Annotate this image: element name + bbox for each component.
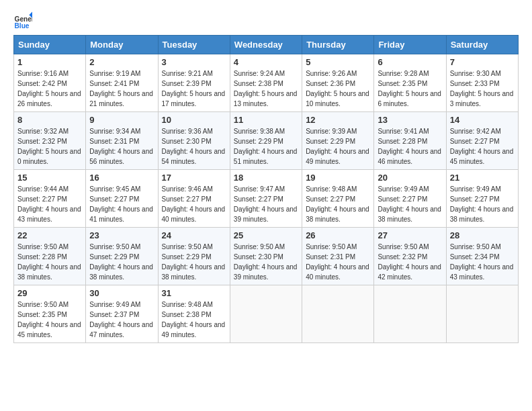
day-info: Sunrise: 9:28 AM Sunset: 2:35 PM Dayligh… <box>378 68 442 109</box>
sunrise-label: Sunrise: 9:50 AM <box>306 243 357 250</box>
sunrise-label: Sunrise: 9:16 AM <box>17 70 69 77</box>
day-info: Sunrise: 9:24 AM Sunset: 2:38 PM Dayligh… <box>234 68 298 109</box>
sunset-label: Sunset: 2:31 PM <box>89 138 139 145</box>
calendar-cell: 1 Sunrise: 9:16 AM Sunset: 2:42 PM Dayli… <box>14 54 86 112</box>
day-info: Sunrise: 9:50 AM Sunset: 2:30 PM Dayligh… <box>234 242 298 282</box>
calendar-cell <box>302 285 374 343</box>
sunset-label: Sunset: 2:27 PM <box>378 195 427 203</box>
daylight-label: Daylight: 4 hours and 47 minutes. <box>89 321 153 338</box>
daylight-label: Daylight: 4 hours and 45 minutes. <box>17 321 81 338</box>
sunset-label: Sunset: 2:27 PM <box>306 195 355 203</box>
day-number: 30 <box>89 288 154 298</box>
day-info: Sunrise: 9:49 AM Sunset: 2:27 PM Dayligh… <box>450 184 515 224</box>
sunset-label: Sunset: 2:27 PM <box>450 195 500 203</box>
sunrise-label: Sunrise: 9:49 AM <box>450 185 501 193</box>
day-info: Sunrise: 9:50 AM Sunset: 2:28 PM Dayligh… <box>17 242 82 282</box>
daylight-label: Daylight: 4 hours and 42 minutes. <box>378 263 441 281</box>
sunrise-label: Sunrise: 9:38 AM <box>234 128 285 135</box>
sunrise-label: Sunrise: 9:42 AM <box>450 128 501 135</box>
sunset-label: Sunset: 2:28 PM <box>17 253 67 261</box>
sunset-label: Sunset: 2:30 PM <box>162 138 212 145</box>
sunset-label: Sunset: 2:27 PM <box>17 195 67 203</box>
calendar-cell: 29 Sunrise: 9:50 AM Sunset: 2:35 PM Dayl… <box>14 285 86 343</box>
sunset-label: Sunset: 2:30 PM <box>234 253 283 261</box>
daylight-label: Daylight: 4 hours and 40 minutes. <box>162 205 226 223</box>
daylight-label: Daylight: 5 hours and 0 minutes. <box>17 148 81 165</box>
sunset-label: Sunset: 2:32 PM <box>17 138 67 145</box>
sunset-label: Sunset: 2:36 PM <box>306 80 355 87</box>
day-info: Sunrise: 9:48 AM Sunset: 2:27 PM Dayligh… <box>306 184 370 224</box>
day-info: Sunrise: 9:47 AM Sunset: 2:27 PM Dayligh… <box>234 184 298 224</box>
daylight-label: Daylight: 4 hours and 45 minutes. <box>450 148 514 165</box>
sunrise-label: Sunrise: 9:45 AM <box>89 185 140 193</box>
day-number: 25 <box>234 230 298 240</box>
sunset-label: Sunset: 2:35 PM <box>378 80 427 87</box>
sunset-label: Sunset: 2:28 PM <box>378 138 427 145</box>
daylight-label: Daylight: 4 hours and 38 minutes. <box>17 263 81 281</box>
day-number: 14 <box>450 115 515 125</box>
sunset-label: Sunset: 2:31 PM <box>306 253 355 261</box>
day-info: Sunrise: 9:32 AM Sunset: 2:32 PM Dayligh… <box>17 126 82 167</box>
calendar-cell: 30 Sunrise: 9:49 AM Sunset: 2:37 PM Dayl… <box>86 285 158 343</box>
day-info: Sunrise: 9:16 AM Sunset: 2:42 PM Dayligh… <box>17 68 82 109</box>
daylight-label: Daylight: 5 hours and 6 minutes. <box>378 90 441 107</box>
day-info: Sunrise: 9:50 AM Sunset: 2:29 PM Dayligh… <box>89 242 154 282</box>
day-info: Sunrise: 9:49 AM Sunset: 2:27 PM Dayligh… <box>378 184 442 224</box>
sunrise-label: Sunrise: 9:46 AM <box>162 185 213 193</box>
sunrise-label: Sunrise: 9:50 AM <box>378 243 429 250</box>
day-info: Sunrise: 9:36 AM Sunset: 2:30 PM Dayligh… <box>162 126 226 167</box>
sunset-label: Sunset: 2:33 PM <box>450 80 500 87</box>
sunset-label: Sunset: 2:29 PM <box>306 138 355 145</box>
calendar-cell: 10 Sunrise: 9:36 AM Sunset: 2:30 PM Dayl… <box>158 112 230 170</box>
sunrise-label: Sunrise: 9:44 AM <box>17 185 69 193</box>
day-number: 29 <box>17 288 82 298</box>
sunrise-label: Sunrise: 9:50 AM <box>162 243 213 250</box>
day-number: 19 <box>306 173 370 183</box>
calendar-cell: 11 Sunrise: 9:38 AM Sunset: 2:29 PM Dayl… <box>230 112 302 170</box>
column-header-tuesday: Tuesday <box>158 36 230 54</box>
day-number: 28 <box>450 230 515 240</box>
calendar-cell <box>446 285 518 343</box>
calendar-cell: 20 Sunrise: 9:49 AM Sunset: 2:27 PM Dayl… <box>374 170 446 228</box>
calendar-cell: 21 Sunrise: 9:49 AM Sunset: 2:27 PM Dayl… <box>446 170 518 228</box>
calendar-cell: 13 Sunrise: 9:41 AM Sunset: 2:28 PM Dayl… <box>374 112 446 170</box>
sunrise-label: Sunrise: 9:48 AM <box>162 301 213 308</box>
day-number: 2 <box>89 57 154 67</box>
calendar-cell: 23 Sunrise: 9:50 AM Sunset: 2:29 PM Dayl… <box>86 228 158 285</box>
sunrise-label: Sunrise: 9:34 AM <box>89 128 140 135</box>
column-header-friday: Friday <box>374 36 446 54</box>
sunset-label: Sunset: 2:27 PM <box>89 195 139 203</box>
calendar-cell <box>230 285 302 343</box>
calendar-week-row: 1 Sunrise: 9:16 AM Sunset: 2:42 PM Dayli… <box>14 54 519 112</box>
sunrise-label: Sunrise: 9:49 AM <box>89 301 140 308</box>
daylight-label: Daylight: 4 hours and 40 minutes. <box>306 263 369 281</box>
day-number: 26 <box>306 230 370 240</box>
calendar-cell: 5 Sunrise: 9:26 AM Sunset: 2:36 PM Dayli… <box>302 54 374 112</box>
daylight-label: Daylight: 5 hours and 17 minutes. <box>162 90 226 107</box>
day-info: Sunrise: 9:26 AM Sunset: 2:36 PM Dayligh… <box>306 68 370 109</box>
column-header-sunday: Sunday <box>14 36 86 54</box>
day-info: Sunrise: 9:45 AM Sunset: 2:27 PM Dayligh… <box>89 184 154 224</box>
header: General Blue <box>13 11 519 30</box>
logo-icon: General Blue <box>13 11 32 30</box>
day-info: Sunrise: 9:41 AM Sunset: 2:28 PM Dayligh… <box>378 126 442 167</box>
sunset-label: Sunset: 2:38 PM <box>162 311 212 318</box>
day-number: 3 <box>162 57 226 67</box>
daylight-label: Daylight: 4 hours and 46 minutes. <box>378 148 441 165</box>
daylight-label: Daylight: 4 hours and 49 minutes. <box>162 321 226 338</box>
daylight-label: Daylight: 4 hours and 41 minutes. <box>89 205 153 223</box>
day-number: 22 <box>17 230 82 240</box>
calendar-week-row: 8 Sunrise: 9:32 AM Sunset: 2:32 PM Dayli… <box>14 112 519 170</box>
calendar-table: SundayMondayTuesdayWednesdayThursdayFrid… <box>13 35 519 343</box>
sunrise-label: Sunrise: 9:28 AM <box>378 70 429 77</box>
day-number: 24 <box>162 230 226 240</box>
sunset-label: Sunset: 2:41 PM <box>89 80 139 87</box>
sunrise-label: Sunrise: 9:21 AM <box>162 70 213 77</box>
calendar-cell: 16 Sunrise: 9:45 AM Sunset: 2:27 PM Dayl… <box>86 170 158 228</box>
day-info: Sunrise: 9:49 AM Sunset: 2:37 PM Dayligh… <box>89 300 154 340</box>
day-number: 9 <box>89 115 154 125</box>
daylight-label: Daylight: 4 hours and 38 minutes. <box>450 205 514 223</box>
column-header-thursday: Thursday <box>302 36 374 54</box>
daylight-label: Daylight: 4 hours and 43 minutes. <box>17 205 81 223</box>
calendar-cell: 4 Sunrise: 9:24 AM Sunset: 2:38 PM Dayli… <box>230 54 302 112</box>
